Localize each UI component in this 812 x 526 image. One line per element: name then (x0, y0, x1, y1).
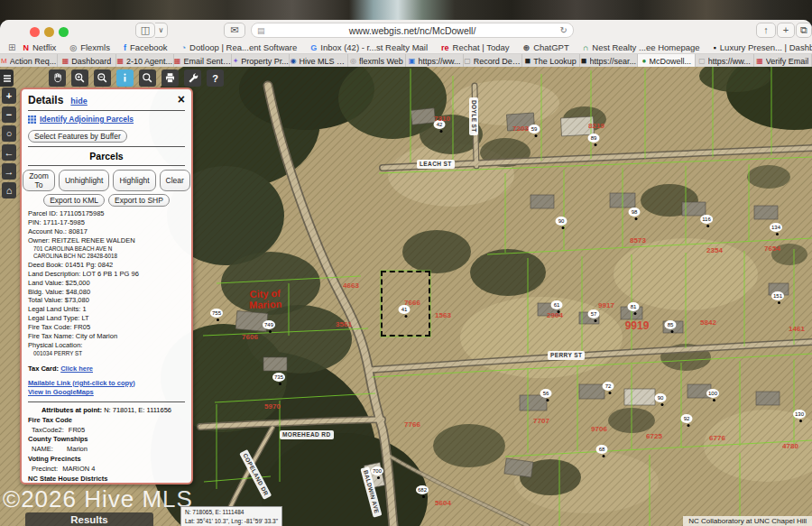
bookmark-item[interactable]: G Inbox (42) - r...st Realty Mail (310, 42, 428, 52)
zoom-out-tool-button[interactable] (94, 69, 111, 87)
parcel-detail-line: Legal Land Units: 1 (28, 305, 185, 314)
bookmark-item[interactable]: ▪ Luxury Presen... | Dashboard (714, 42, 812, 52)
zoom-in-tool-button[interactable] (71, 69, 88, 87)
home-button[interactable]: ⌂ (2, 182, 16, 198)
zoom-out-icon (97, 72, 108, 84)
parcel-frontage-marker[interactable]: 56 (540, 389, 552, 398)
sidebar-icon: ◫ (141, 25, 150, 35)
parcel-frontage-marker[interactable]: 116 (700, 215, 713, 224)
reload-icon[interactable]: ↻ (560, 25, 567, 35)
home-icon: ⌂ (6, 185, 13, 196)
sidebar-chevron-button[interactable]: ∨ (155, 23, 168, 38)
share-button[interactable]: ↑ (756, 23, 776, 38)
frequently-visited-grid-icon[interactable]: ⊞ (8, 42, 15, 52)
parcel-frontage-marker[interactable]: 92 (681, 414, 693, 423)
close-icon[interactable]: × (178, 93, 185, 106)
full-extent-button[interactable]: ○ (2, 125, 16, 142)
export-button[interactable]: Export to KML (43, 194, 105, 207)
parcel-frontage-marker[interactable]: 85 (665, 320, 677, 329)
parcel-frontage-marker[interactable]: 57 (588, 309, 600, 318)
address-bar[interactable]: ▤ www.webgis.net/nc/McDowell/ ↻ (251, 23, 574, 38)
address-label: 4663 (343, 281, 359, 290)
previous-extent-button[interactable]: ← (2, 144, 16, 161)
zoom-in-button[interactable]: + (2, 88, 16, 104)
tools-button[interactable] (184, 69, 201, 87)
parcel-action-button[interactable]: Highlight (113, 170, 155, 191)
parcel-frontage-marker[interactable]: 41 (399, 305, 411, 314)
tax-card-link[interactable]: Click here (60, 365, 93, 373)
zoom-window-button[interactable] (59, 27, 69, 37)
2-10-icon: ▦ (116, 58, 124, 65)
2-10-icon: ▦ (62, 58, 69, 65)
webgis-map[interactable]: LEACH ST DOYLE ST PERRY ST MOREHEAD RD C… (0, 67, 812, 526)
parcel-frontage-marker[interactable]: 81 (628, 302, 640, 311)
zoom-out-button[interactable]: − (2, 106, 16, 123)
coords-northing-easting: N: 718065, E: 1111484 (185, 508, 278, 517)
print-tool-button[interactable] (161, 69, 179, 87)
parcel-frontage-marker[interactable]: 89 (588, 134, 600, 143)
minimize-window-button[interactable] (44, 27, 54, 37)
url-text[interactable]: www.webgis.net/nc/McDowell/ (265, 25, 560, 36)
parcel-frontage-marker[interactable]: 130 (793, 410, 806, 419)
parcel-frontage-marker[interactable]: 134 (770, 223, 782, 232)
bookmark-item[interactable]: f Facebook (124, 42, 168, 52)
tab-overview-button[interactable]: ⧉ (796, 23, 812, 38)
2-10-icon: ▦ (756, 58, 763, 65)
webgis-globe-icon: ● (642, 58, 647, 65)
hive-mls-icon: ◉ (290, 58, 296, 65)
gmail-icon: M (1, 58, 7, 65)
parcel-link[interactable]: Mailable Link (right-click to copy) (28, 379, 185, 389)
search-tool-button[interactable] (139, 69, 156, 87)
help-button[interactable]: ? (207, 69, 224, 87)
bookmark-item[interactable]: ◎ Flexmls (69, 42, 110, 52)
parcel-frontage-marker[interactable]: 700 (371, 466, 383, 475)
parcel-frontage-marker[interactable]: 755 (210, 309, 223, 318)
question-mark-icon: ? (212, 73, 218, 84)
parcel-frontage-marker[interactable]: 682 (416, 485, 429, 494)
parcel-detail-line: PIN: 1711-17-5985 (28, 218, 185, 227)
identify-tool-button[interactable] (116, 69, 134, 87)
address-label: 1461 (789, 325, 805, 333)
bookmark-item[interactable]: ∩ Nest Realty ...ee Homepage (583, 42, 700, 52)
address-label: 3561 (336, 320, 352, 328)
bookmark-item[interactable]: ◔ Dotloop | Rea...ent Software (181, 42, 298, 52)
mail-share-button[interactable]: ✉ (224, 23, 245, 38)
parcel-frontage-marker[interactable]: 72 (603, 382, 614, 391)
parcel-frontage-marker[interactable]: 68 (596, 445, 608, 454)
share-icon: ↑ (763, 25, 769, 35)
address-label: 2354 (706, 246, 723, 254)
next-extent-button[interactable]: → (2, 163, 16, 180)
parcel-frontage-marker[interactable]: 90 (655, 393, 667, 402)
sidebar-toggle-button[interactable]: ◫ (135, 23, 155, 38)
pan-tool-button[interactable] (49, 69, 66, 87)
parcel-frontage-marker[interactable]: 100 (706, 389, 719, 398)
parcel-frontage-marker[interactable]: 61 (551, 300, 563, 309)
bookmark-item[interactable]: re Rechat | Today (441, 42, 510, 52)
layers-menu-button[interactable] (0, 69, 14, 87)
map-attribution: NC Collaboratory at UNC Chapel Hill (683, 516, 812, 526)
new-tab-button[interactable]: + (777, 23, 795, 38)
parcel-frontage-marker[interactable]: 90 (556, 217, 567, 226)
owner-address-line: 701 CAROLINA BEACH AVE N (28, 245, 185, 253)
select-features-by-buffer-button[interactable]: Select Features by Buffer (28, 130, 127, 143)
identify-adjoining-parcels-link[interactable]: Identify Adjoining Parcels (40, 115, 134, 124)
hive-mls-watermark: ©2026 Hive MLS (3, 485, 193, 513)
parcel-frontage-marker[interactable]: 735 (272, 373, 285, 382)
export-button[interactable]: Export to SHP (108, 194, 170, 207)
parcel-action-button[interactable]: Unhighlight (59, 170, 110, 191)
divider (28, 401, 185, 402)
divider (28, 110, 185, 111)
parcel-action-button[interactable]: Zoom To (23, 170, 55, 191)
bookmark-item[interactable]: N Netflix (23, 42, 56, 52)
parcel-link[interactable]: View in GoogleMaps (28, 388, 185, 398)
bookmark-item[interactable]: ⊛ ChatGPT (523, 42, 569, 52)
parcel-frontage-marker[interactable]: 98 (629, 208, 641, 217)
parcel-frontage-marker[interactable]: 749 (263, 320, 275, 329)
browser-titlebar: ◫ ∨ ✉ ▤ www.webgis.net/nc/McDowell/ ↻ ↑ … (0, 20, 812, 42)
results-tab[interactable]: Results (25, 512, 153, 526)
hide-link[interactable]: hide (70, 97, 177, 106)
parcel-frontage-marker[interactable]: 151 (771, 291, 784, 300)
parcel-action-button[interactable]: Clear (160, 170, 190, 191)
parcel-frontage-marker[interactable]: 59 (529, 125, 540, 134)
close-window-button[interactable] (30, 27, 40, 37)
